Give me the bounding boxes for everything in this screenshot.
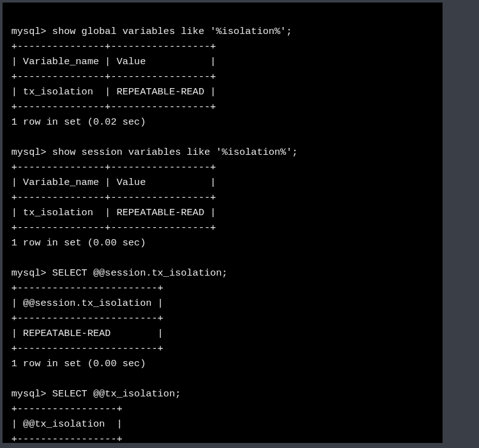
terminal-content: mysql> show global variables like '%isol… bbox=[11, 26, 298, 443]
mysql-terminal[interactable]: mysql> show global variables like '%isol… bbox=[3, 3, 443, 443]
